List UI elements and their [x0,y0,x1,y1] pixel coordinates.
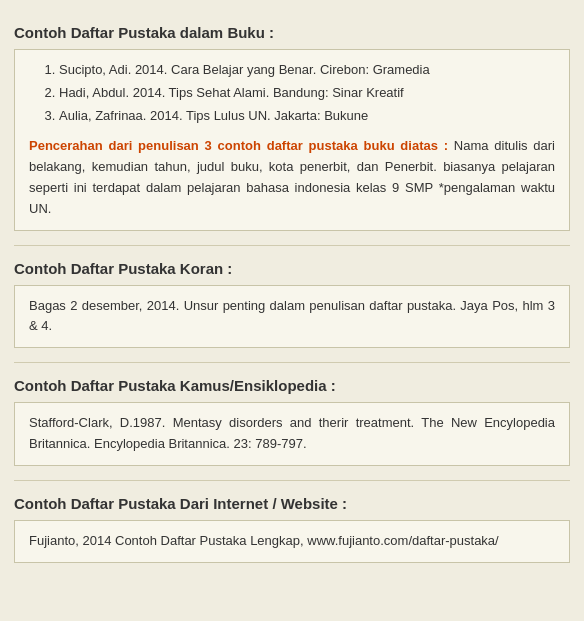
list-item: Aulia, Zafrinaa. 2014. Tips Lulus UN. Ja… [59,106,555,127]
koran-text: Bagas 2 desember, 2014. Unsur penting da… [29,296,555,338]
section-koran-content: Bagas 2 desember, 2014. Unsur penting da… [14,285,570,349]
list-item: Sucipto, Adi. 2014. Cara Belajar yang Be… [59,60,555,81]
section-internet: Contoh Daftar Pustaka Dari Internet / We… [14,495,570,563]
section-buku-title: Contoh Daftar Pustaka dalam Buku : [14,24,570,41]
section-koran: Contoh Daftar Pustaka Koran : Bagas 2 de… [14,260,570,349]
section-internet-title: Contoh Daftar Pustaka Dari Internet / We… [14,495,570,512]
divider [14,362,570,363]
section-koran-title: Contoh Daftar Pustaka Koran : [14,260,570,277]
section-kamus: Contoh Daftar Pustaka Kamus/Ensiklopedia… [14,377,570,466]
section-kamus-title: Contoh Daftar Pustaka Kamus/Ensiklopedia… [14,377,570,394]
list-item: Hadi, Abdul. 2014. Tips Sehat Alami. Ban… [59,83,555,104]
kamus-text: Stafford-Clark, D.1987. Mentasy disorder… [29,413,555,455]
buku-note-highlight: Pencerahan dari penulisan 3 contoh dafta… [29,138,448,153]
internet-text: Fujianto, 2014 Contoh Daftar Pustaka Len… [29,531,555,552]
section-internet-content: Fujianto, 2014 Contoh Daftar Pustaka Len… [14,520,570,563]
divider [14,245,570,246]
buku-list: Sucipto, Adi. 2014. Cara Belajar yang Be… [49,60,555,126]
buku-note: Pencerahan dari penulisan 3 contoh dafta… [29,136,555,219]
section-kamus-content: Stafford-Clark, D.1987. Mentasy disorder… [14,402,570,466]
section-buku: Contoh Daftar Pustaka dalam Buku : Sucip… [14,24,570,231]
divider [14,480,570,481]
section-buku-content: Sucipto, Adi. 2014. Cara Belajar yang Be… [14,49,570,231]
